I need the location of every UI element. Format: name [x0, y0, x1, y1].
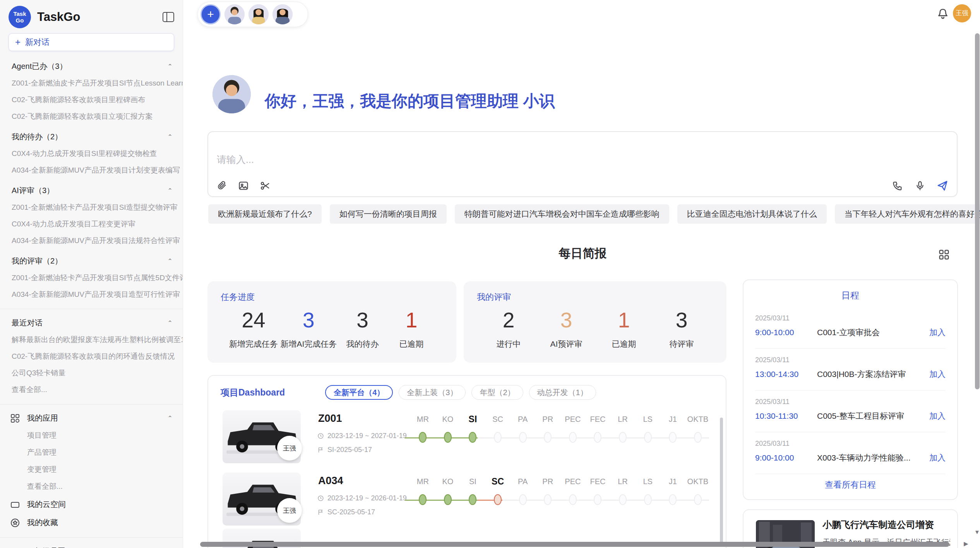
sidebar-item-favorites[interactable]: 我的收藏 [10, 517, 173, 528]
list-item[interactable]: C0X4-动力总成开发项目工程变更评审 [12, 219, 183, 229]
add-agent-button[interactable]: + [200, 4, 221, 24]
apps-grid-icon [10, 413, 20, 423]
list-item[interactable]: A034-全新新能源MUV产品开发项目造型可行性评审 [12, 289, 183, 300]
view-all-apps[interactable]: 查看全部... [27, 481, 183, 491]
list-item[interactable]: C02-飞腾新能源轻客改款项目里程碑画布 [12, 95, 183, 105]
section-header-label: Agent已办（3） [12, 61, 67, 72]
scroll-down-arrow[interactable]: ▼ [974, 529, 980, 535]
schedule-date: 2025/03/11 [755, 398, 946, 406]
sidebar-item-my-apps[interactable]: 我的应用 ⌃ [10, 413, 173, 423]
tab-new-platform[interactable]: 全新平台（4） [325, 385, 393, 400]
milestone-labels: MR KO SI SC PA PR PEC FEC LR LS J1 OKTB [410, 476, 711, 487]
join-meeting-link[interactable]: 加入 [929, 327, 946, 338]
sidebar-item-change-mgmt[interactable]: 变更管理 [27, 464, 183, 474]
milestone-dot [419, 494, 427, 505]
join-meeting-link[interactable]: 加入 [929, 452, 946, 463]
suggestion-chip[interactable]: 如何写一份清晰的项目周报 [330, 204, 447, 224]
layout-grid-icon[interactable] [938, 249, 950, 260]
list-item[interactable]: C0X4-动力总成开发项目SI里程碑提交物检查 [12, 149, 183, 159]
image-icon[interactable] [238, 180, 249, 192]
suggestion-chip[interactable]: 欧洲新规最近颁布了什么? [208, 204, 322, 224]
suggestion-chip[interactable]: 比亚迪全固态电池计划具体说了什么 [677, 204, 827, 224]
milestone-dot [594, 494, 601, 505]
agent-avatar-3[interactable] [272, 4, 293, 24]
tab-new-body[interactable]: 全新上装（3） [399, 385, 466, 400]
section-ai-review[interactable]: AI评审（3） ⌃ [12, 185, 173, 196]
milestone-label: MR [410, 476, 435, 487]
milestone-label: FEC [585, 413, 610, 425]
suggestion-chip[interactable]: 当下年轻人对汽车外观有怎样的喜好趋势 [835, 204, 980, 224]
microphone-icon[interactable] [914, 180, 926, 192]
sidebar-item-cloud-space[interactable]: 我的云空间 [10, 499, 173, 510]
list-item[interactable]: A034-全新新能源MUV产品开发项目法规符合性评审 [12, 236, 183, 246]
scroll-right-arrow[interactable]: ▶ [964, 540, 968, 547]
project-row[interactable]: 王强 Z001 2023-12-19 ~ 2027-01-19 SI-2025-… [208, 410, 726, 472]
chevron-up-icon[interactable]: ⌃ [168, 319, 173, 327]
chevron-up-icon[interactable]: ⌃ [168, 257, 173, 265]
list-item[interactable]: 公司Q3轻卡销量 [12, 368, 183, 378]
tab-powertrain[interactable]: 动总开发（1） [529, 385, 596, 400]
milestone-label: PR [535, 476, 560, 487]
agent-avatar-2[interactable] [248, 4, 269, 24]
project-row[interactable]: 王强 A034 2023-12-19 ~ 2026-01-19 SC-2025-… [208, 473, 726, 534]
attachment-icon[interactable] [216, 180, 228, 192]
tab-model-year[interactable]: 年型（2） [471, 385, 523, 400]
section-agent-done[interactable]: Agent已办（3） ⌃ [12, 61, 173, 72]
list-item[interactable]: C02-飞腾新能源轻客改款项目立项汇报方案 [12, 111, 183, 122]
dashboard-scrollbar[interactable] [720, 418, 723, 545]
stats-row: 24 新增完成任务 3 新增AI完成任务 3 我的待办 1 已逾期 [221, 308, 443, 349]
list-item[interactable]: A034-全新新能源MUV产品开发项目计划变更表编写 [12, 165, 183, 175]
send-icon[interactable] [937, 180, 948, 192]
stat-value: 2 [485, 308, 532, 332]
chevron-up-icon[interactable]: ⌃ [168, 63, 173, 70]
milestone-dot [644, 432, 652, 443]
vertical-scrollbar[interactable] [975, 33, 980, 389]
list-item[interactable]: 解释最新出台的欧盟报废车法规再生塑料比例被调至15%... [12, 335, 183, 345]
milestone-dot [419, 432, 427, 443]
agent-avatar-1[interactable] [224, 4, 245, 24]
section-recent-chats[interactable]: 最近对话 ⌃ [12, 318, 173, 328]
view-all-schedule-link[interactable]: 查看所有日程 [744, 479, 957, 491]
divider [0, 309, 183, 309]
sidebar-item-ai-super-staff[interactable]: AI超级员工 [10, 546, 173, 548]
list-item[interactable]: Z001-全新燃油轻卡产品开发项目SI节点属性5D文件评审 [12, 273, 183, 283]
phone-icon[interactable] [892, 180, 903, 192]
section-my-review[interactable]: 我的评审（2） ⌃ [12, 256, 173, 266]
sidebar-collapse-icon[interactable] [163, 12, 174, 22]
milestone-dot [569, 432, 577, 443]
stat-label: 已逾期 [601, 339, 647, 349]
user-avatar[interactable]: 王强 [953, 4, 971, 22]
sidebar-item-product-mgmt[interactable]: 产品管理 [27, 447, 183, 457]
suggestion-chip[interactable]: 特朗普可能对进口汽车增税会对中国车企造成哪些影响 [455, 204, 669, 224]
project-name: A034 [318, 475, 343, 487]
milestone-dot [444, 432, 452, 443]
milestone-label: LS [635, 476, 660, 487]
schedule-event-title: C001-立项审批会 [817, 327, 929, 338]
chevron-up-icon[interactable]: ⌃ [168, 414, 173, 422]
schedule-item: 2025/03/11 10:30-11:30 C005-整车工程目标评审 加入 [755, 395, 946, 432]
scissors-icon[interactable] [259, 180, 271, 192]
stat-ai-pre-review: 3 AI预评审 [543, 308, 589, 349]
stat-label: 待评审 [658, 339, 705, 349]
sidebar-item-project-mgmt[interactable]: 项目管理 [27, 430, 183, 440]
view-all-chats[interactable]: 查看全部... [12, 385, 183, 395]
chevron-up-icon[interactable]: ⌃ [168, 133, 173, 140]
new-chat-button[interactable]: + 新对话 [9, 33, 174, 51]
milestone-dot [469, 494, 476, 505]
section-header-label: 最近对话 [12, 318, 43, 328]
notification-bell-icon[interactable] [937, 8, 949, 20]
list-item[interactable]: C02-飞腾新能源轻客改款项目的闭环通告反馈情况 [12, 351, 183, 361]
stat-value: 3 [543, 308, 589, 332]
join-meeting-link[interactable]: 加入 [929, 369, 946, 380]
milestone-dot [619, 494, 627, 505]
milestone-dot [569, 494, 577, 505]
stat-label: 新增完成任务 [229, 339, 278, 349]
list-item[interactable]: Z001-全新燃油轻卡产品开发项目SI造型提交物评审 [12, 202, 183, 212]
milestone-label: PEC [560, 413, 586, 425]
chevron-up-icon[interactable]: ⌃ [168, 187, 173, 194]
horizontal-scrollbar[interactable] [200, 542, 949, 547]
list-item[interactable]: Z001-全新燃油皮卡产品开发项目SI节点Lesson Learn报告 [12, 78, 183, 88]
chat-input[interactable] [216, 154, 759, 166]
join-meeting-link[interactable]: 加入 [929, 411, 946, 421]
section-my-todo[interactable]: 我的待办（2） ⌃ [12, 132, 173, 142]
